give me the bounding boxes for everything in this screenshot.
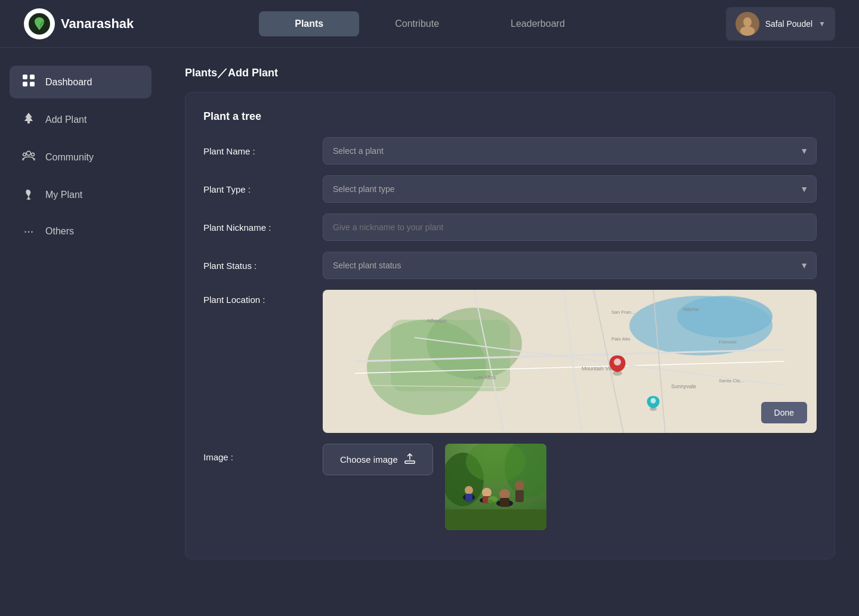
- svg-point-2: [743, 17, 752, 27]
- svg-text:Atherton: Atherton: [427, 318, 447, 324]
- logo-circle: [24, 8, 55, 39]
- app-title: Vanarashak: [61, 16, 134, 32]
- nav-tabs: Plants Contribute Leaderboard: [259, 11, 601, 36]
- svg-point-39: [651, 398, 656, 404]
- nav-tab-contribute[interactable]: Contribute: [359, 11, 475, 36]
- choose-image-button[interactable]: Choose image: [323, 444, 433, 475]
- svg-rect-57: [515, 490, 524, 502]
- chevron-down-icon: ▼: [818, 20, 826, 28]
- svg-point-56: [515, 481, 524, 490]
- plant-status-label: Plant Status :: [203, 261, 311, 271]
- svg-text:Los Altos: Los Altos: [474, 374, 496, 380]
- sidebar-label-add-plant: Add Plant: [45, 114, 86, 125]
- sidebar-item-community[interactable]: Community: [10, 141, 152, 174]
- svg-text:Sunnyvale: Sunnyvale: [671, 383, 696, 389]
- svg-rect-5: [30, 75, 35, 79]
- svg-text:Palo Alto: Palo Alto: [611, 336, 631, 342]
- upload-icon: [404, 453, 416, 466]
- image-row: Image : Choose image: [203, 444, 817, 530]
- image-preview: [445, 444, 546, 530]
- svg-point-15: [677, 296, 773, 338]
- plant-nickname-row: Plant Nickname :: [203, 213, 817, 241]
- plant-type-row: Plant Type : Select plant type ▼: [203, 175, 817, 203]
- plant-location-row: Plant Location :: [203, 290, 817, 433]
- nav-tab-leaderboard[interactable]: Leaderboard: [475, 11, 601, 36]
- image-section: Choose image: [323, 444, 546, 530]
- image-label: Image :: [203, 444, 311, 462]
- plant-nickname-label: Plant Nickname :: [203, 222, 311, 233]
- sidebar-label-my-plant: My Plant: [45, 190, 82, 200]
- tree-icon: [21, 112, 36, 128]
- plant-type-label: Plant Type :: [203, 184, 311, 194]
- plant-status-row: Plant Status : Select plant status ▼: [203, 252, 817, 279]
- choose-image-label: Choose image: [340, 454, 398, 465]
- svg-text:Milpitas: Milpitas: [683, 307, 699, 312]
- plant-status-select[interactable]: Select plant status: [323, 252, 817, 279]
- avatar: [736, 12, 759, 36]
- svg-rect-18: [391, 320, 510, 391]
- svg-text:Fremont: Fremont: [719, 339, 737, 345]
- dashboard-icon: [21, 74, 36, 90]
- svg-point-51: [482, 488, 492, 497]
- sidebar-item-my-plant[interactable]: My Plant: [10, 178, 152, 211]
- plant-name-row: Plant Name : Select a plant ▼: [203, 137, 817, 165]
- form-title: Plant a tree: [203, 110, 817, 123]
- map-done-button[interactable]: Done: [761, 402, 807, 423]
- sidebar: Dashboard Add Plant Commu: [0, 48, 161, 616]
- svg-point-9: [23, 153, 26, 156]
- plant-icon: [21, 187, 36, 203]
- logo-area: Vanarashak: [24, 8, 134, 39]
- sidebar-item-dashboard[interactable]: Dashboard: [10, 66, 152, 98]
- plant-location-label: Plant Location :: [203, 290, 311, 305]
- svg-point-10: [32, 153, 35, 156]
- plant-nickname-input[interactable]: [323, 213, 817, 241]
- breadcrumb: Plants／Add Plant: [185, 66, 835, 80]
- community-icon: [21, 149, 36, 165]
- svg-point-59: [487, 500, 493, 503]
- sidebar-label-others: Others: [45, 226, 74, 237]
- sidebar-label-dashboard: Dashboard: [45, 77, 92, 88]
- svg-rect-4: [23, 75, 27, 79]
- svg-point-12: [26, 199, 31, 200]
- user-menu[interactable]: Safal Poudel ▼: [726, 7, 835, 41]
- sidebar-item-others[interactable]: ··· Others: [10, 216, 152, 246]
- user-name: Safal Poudel: [765, 19, 812, 29]
- plant-name-wrapper: Select a plant ▼: [323, 137, 817, 165]
- plant-type-select[interactable]: Select plant type: [323, 175, 817, 203]
- svg-rect-55: [500, 498, 509, 507]
- header: Vanarashak Plants Contribute Leaderboard…: [0, 0, 859, 48]
- svg-rect-40: [405, 461, 415, 463]
- nav-tab-plants[interactable]: Plants: [259, 11, 359, 36]
- svg-text:San Fran...: San Fran...: [611, 309, 635, 315]
- sidebar-item-add-plant[interactable]: Add Plant: [10, 103, 152, 136]
- svg-point-3: [740, 26, 755, 36]
- plant-type-wrapper: Select plant type ▼: [323, 175, 817, 203]
- svg-rect-6: [23, 82, 27, 86]
- svg-point-48: [465, 486, 473, 494]
- svg-text:Santa Cla...: Santa Cla...: [719, 378, 744, 383]
- svg-rect-49: [465, 494, 472, 502]
- svg-rect-43: [445, 509, 546, 530]
- svg-point-8: [27, 151, 31, 156]
- svg-rect-7: [30, 82, 35, 86]
- plant-name-select[interactable]: Select a plant: [323, 137, 817, 165]
- map-container[interactable]: Atherton San Fran... Milpitas Fremont Pa…: [323, 290, 817, 433]
- svg-point-37: [614, 358, 621, 366]
- plant-status-wrapper: Select plant status ▼: [323, 252, 817, 279]
- content: Plants／Add Plant Plant a tree Plant Name…: [161, 48, 859, 616]
- form-card: Plant a tree Plant Name : Select a plant…: [185, 92, 835, 559]
- plant-name-label: Plant Name :: [203, 146, 311, 156]
- main-layout: Dashboard Add Plant Commu: [0, 48, 859, 616]
- others-icon: ···: [21, 224, 36, 238]
- sidebar-label-community: Community: [45, 152, 94, 163]
